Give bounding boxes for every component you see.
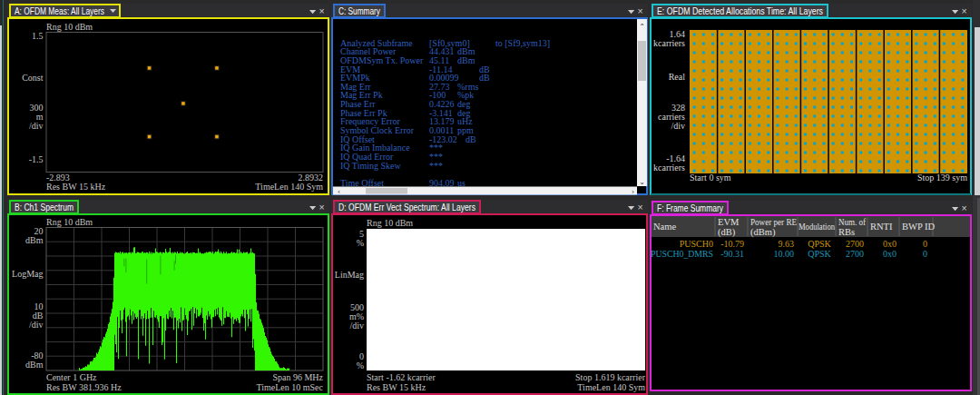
svg-text:E: OFDM Detected Allocations T: E: OFDM Detected Allocations Time: All L… <box>657 6 823 16</box>
svg-text:A: OFDM Meas: All Layers: A: OFDM Meas: All Layers <box>15 6 104 16</box>
svg-text:F: Frame Summary: F: Frame Summary <box>657 203 723 213</box>
svg-text:×: × <box>961 202 966 213</box>
svg-text:×: × <box>637 202 642 212</box>
svg-text:C: Summary: C: Summary <box>338 6 380 16</box>
svg-text:×: × <box>637 5 642 16</box>
svg-text:D: OFDM Err Vect Spectrum: All: D: OFDM Err Vect Spectrum: All Layers <box>338 202 475 212</box>
svg-text:×: × <box>961 5 966 16</box>
svg-text:×: × <box>318 202 324 212</box>
svg-text:×: × <box>318 5 324 16</box>
svg-text:B: Ch1 Spectrum: B: Ch1 Spectrum <box>15 202 74 212</box>
